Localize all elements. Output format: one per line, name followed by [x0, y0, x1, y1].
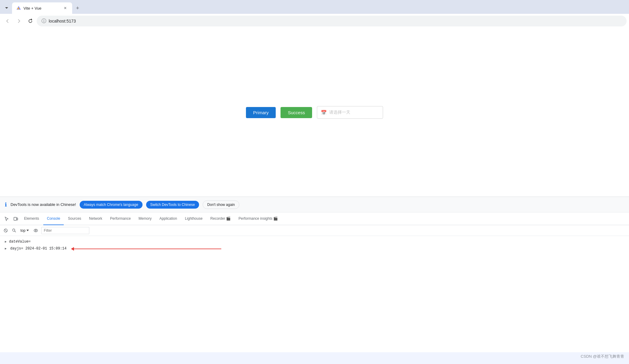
- tab-application[interactable]: Application: [156, 213, 181, 225]
- svg-line-7: [15, 231, 16, 232]
- tab-performance[interactable]: Performance: [106, 213, 134, 225]
- tab-bar: Vite + Vue ✕ +: [0, 0, 629, 14]
- tab-console-label: Console: [47, 216, 60, 221]
- context-selector[interactable]: top: [19, 228, 30, 233]
- active-tab[interactable]: Vite + Vue ✕: [12, 2, 72, 14]
- console-toolbar: top: [0, 225, 629, 236]
- context-label: top: [20, 228, 26, 233]
- address-bar-row: ⓘ localhost:5173: [0, 14, 629, 28]
- console-text-1: dateValue=: [9, 239, 31, 245]
- tab-lighthouse-label: Lighthouse: [185, 216, 203, 221]
- tab-sources[interactable]: Sources: [64, 213, 85, 225]
- date-input[interactable]: 📅 请选择一天: [317, 106, 383, 119]
- vite-favicon: [16, 6, 21, 11]
- red-arrow-indicator: [71, 247, 221, 251]
- browser-chrome: Vite + Vue ✕ + ⓘ localhost:5173: [0, 0, 629, 28]
- console-filter-input[interactable]: [41, 227, 89, 234]
- svg-line-5: [5, 229, 7, 231]
- watermark: CSDN @谁不想飞舞青青: [581, 354, 624, 359]
- page-content: Primary Success 📅 请选择一天: [0, 28, 629, 197]
- tab-elements[interactable]: Elements: [20, 213, 43, 225]
- tab-lighthouse[interactable]: Lighthouse: [181, 213, 206, 225]
- dropdown-chevron: [26, 229, 29, 232]
- forward-button[interactable]: [14, 16, 24, 26]
- tab-performance-insights-label: Performance insights 🎬: [238, 216, 278, 221]
- tab-elements-label: Elements: [24, 216, 39, 221]
- tab-recorder-label: Recorder 🎬: [210, 216, 231, 221]
- svg-rect-3: [17, 218, 18, 220]
- page-buttons: Primary Success 📅 请选择一天: [246, 106, 383, 119]
- console-text-2: dayjs= 2024-02-01 15:09:14: [10, 246, 66, 252]
- devtools-banner: ℹ DevTools is now available in Chinese! …: [0, 197, 629, 213]
- date-placeholder: 请选择一天: [329, 110, 350, 115]
- url-text: localhost:5173: [49, 19, 76, 23]
- tab-sources-label: Sources: [68, 216, 81, 221]
- devtools-tabs: Elements Console Sources Network Perform…: [0, 213, 629, 225]
- console-line-1: ▶ dateValue=: [5, 238, 624, 245]
- back-button[interactable]: [2, 16, 13, 26]
- expand-icon-2[interactable]: ▶: [5, 246, 7, 251]
- success-button[interactable]: Success: [281, 107, 312, 118]
- tab-recorder[interactable]: Recorder 🎬: [207, 213, 235, 225]
- svg-point-8: [34, 229, 38, 232]
- tab-application-label: Application: [159, 216, 177, 221]
- filter-icon-button[interactable]: [11, 227, 17, 234]
- tab-list-dropdown[interactable]: [2, 4, 11, 12]
- reload-button[interactable]: [25, 16, 35, 26]
- address-field[interactable]: ⓘ localhost:5173: [37, 16, 627, 26]
- devtools-device-icon[interactable]: [11, 215, 20, 223]
- svg-rect-2: [14, 217, 17, 220]
- arrow-shaft: [74, 249, 221, 249]
- tab-console[interactable]: Console: [43, 213, 64, 225]
- tab-memory-label: Memory: [139, 216, 152, 221]
- tab-close-button[interactable]: ✕: [63, 5, 68, 11]
- arrow-tip: [71, 247, 74, 251]
- banner-info-icon: ℹ: [5, 201, 7, 208]
- clear-console-button[interactable]: [2, 227, 9, 234]
- tab-performance-insights[interactable]: Performance insights 🎬: [235, 213, 281, 225]
- watermark-text: CSDN @谁不想飞舞青青: [581, 354, 624, 359]
- security-icon: ⓘ: [41, 18, 46, 24]
- console-line-2: ▶ dayjs= 2024-02-01 15:09:14: [5, 245, 624, 252]
- tab-performance-label: Performance: [110, 216, 131, 221]
- dont-show-again-button[interactable]: Don't show again: [203, 200, 239, 209]
- devtools-pointer-icon[interactable]: [2, 215, 11, 223]
- primary-button[interactable]: Primary: [246, 107, 276, 118]
- eye-icon-button[interactable]: [32, 228, 39, 234]
- calendar-icon: 📅: [321, 110, 327, 115]
- console-output: ▶ dateValue= ▶ dayjs= 2024-02-01 15:09:1…: [0, 236, 629, 352]
- tab-network[interactable]: Network: [85, 213, 106, 225]
- devtools-panel: ℹ DevTools is now available in Chinese! …: [0, 197, 629, 352]
- tab-network-label: Network: [89, 216, 102, 221]
- banner-text: DevTools is now available in Chinese!: [11, 202, 76, 207]
- tab-title: Vite + Vue: [23, 6, 60, 11]
- expand-icon-1[interactable]: ▶: [5, 240, 7, 244]
- tab-memory[interactable]: Memory: [135, 213, 155, 225]
- svg-point-9: [35, 230, 36, 231]
- always-match-language-button[interactable]: Always match Chrome's language: [80, 201, 143, 209]
- switch-devtools-chinese-button[interactable]: Switch DevTools to Chinese: [146, 201, 199, 209]
- new-tab-button[interactable]: +: [73, 4, 82, 12]
